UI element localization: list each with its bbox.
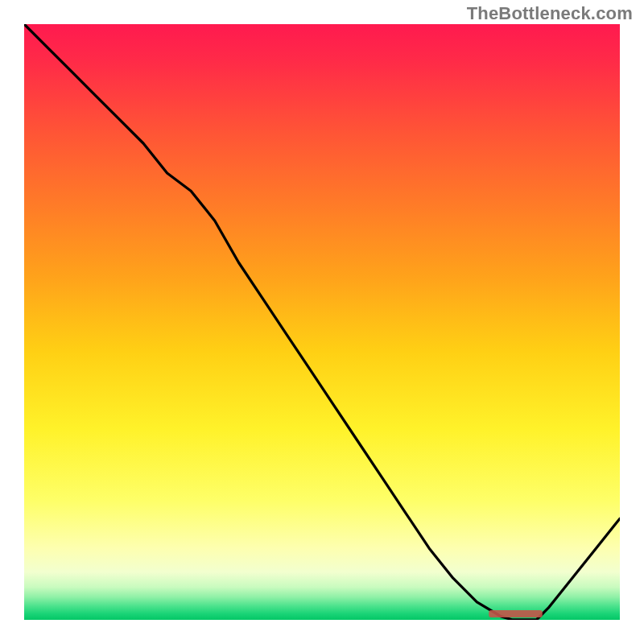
bottleneck-curve-chart (24, 24, 620, 620)
watermark-text: TheBottleneck.com (467, 3, 633, 24)
optimal-range-marker (489, 610, 543, 617)
chart-frame: TheBottleneck.com (0, 0, 644, 644)
